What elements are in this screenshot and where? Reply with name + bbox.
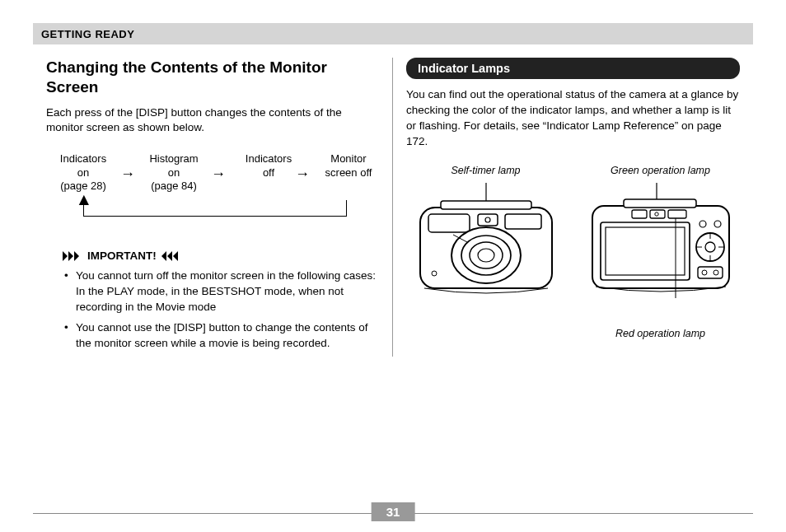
left-title: Changing the Contents of the Monitor Scr…: [46, 58, 379, 97]
arrow-right-icon: →: [295, 166, 310, 183]
section-header-text: GETTING READY: [41, 28, 134, 40]
right-intro: You can find out the operational status …: [406, 87, 740, 150]
svg-marker-1: [68, 251, 73, 261]
self-timer-caption: Self-timer lamp: [451, 165, 520, 176]
svg-point-33: [699, 221, 706, 227]
two-column-layout: Changing the Contents of the Monitor Scr…: [33, 58, 753, 357]
red-op-caption: Red operation lamp: [615, 328, 705, 339]
list-item: You cannot use the [DISP] button to chan…: [76, 320, 379, 352]
right-column: Indicator Lamps You can find out the ope…: [393, 58, 753, 357]
section-header-bar: GETTING READY: [33, 23, 753, 44]
camera-front-diagram: Self-timer lamp: [408, 165, 564, 339]
camera-diagrams-row: Self-timer lamp: [406, 165, 740, 339]
svg-point-23: [654, 212, 657, 215]
flow-item-1: Indicators on (page 28): [46, 152, 120, 193]
svg-rect-9: [428, 214, 470, 232]
important-bullet-list: You cannot turn off the monitor screen i…: [46, 268, 379, 351]
svg-marker-5: [173, 251, 178, 261]
page-footer: 31: [33, 513, 753, 514]
arrow-up-icon: ▶: [75, 195, 91, 205]
svg-point-11: [485, 217, 490, 222]
svg-point-16: [478, 249, 494, 262]
important-label: IMPORTANT!: [87, 250, 157, 262]
disp-flow-diagram: Indicators on (page 28) → Histogram on (…: [46, 152, 379, 226]
svg-marker-2: [74, 251, 79, 261]
green-op-caption: Green operation lamp: [611, 165, 710, 176]
svg-marker-4: [167, 251, 172, 261]
left-intro: Each press of the [DISP] button changes …: [46, 105, 379, 137]
indicator-lamps-heading: Indicator Lamps: [406, 58, 740, 79]
camera-front-icon: [408, 183, 564, 298]
svg-point-37: [713, 270, 718, 275]
arrow-right-icon: →: [120, 166, 135, 183]
arrow-right-icon: →: [211, 166, 226, 183]
left-column: Changing the Contents of the Monitor Scr…: [33, 58, 393, 357]
svg-rect-21: [632, 210, 647, 218]
svg-rect-24: [668, 210, 686, 218]
loop-back-line: [83, 200, 347, 217]
svg-rect-26: [606, 227, 685, 275]
svg-point-28: [705, 242, 715, 252]
svg-rect-8: [441, 201, 531, 209]
footer-rule: 31: [33, 513, 753, 514]
camera-back-diagram: Green operation lamp: [582, 165, 739, 339]
important-marker-right-icon: [161, 251, 181, 261]
flow-item-2: Histogram on (page 84): [137, 152, 211, 193]
svg-point-36: [702, 270, 707, 275]
important-heading: IMPORTANT!: [63, 250, 379, 262]
svg-rect-12: [505, 214, 541, 229]
camera-back-icon: [582, 183, 739, 298]
flow-item-4: Monitor screen off: [311, 152, 386, 180]
important-marker-left-icon: [63, 251, 82, 261]
page-number: 31: [372, 502, 415, 521]
svg-point-34: [714, 221, 721, 227]
list-item: You cannot turn off the monitor screen i…: [76, 268, 379, 315]
svg-marker-0: [63, 251, 68, 261]
svg-rect-20: [624, 199, 696, 208]
svg-marker-3: [161, 251, 166, 261]
